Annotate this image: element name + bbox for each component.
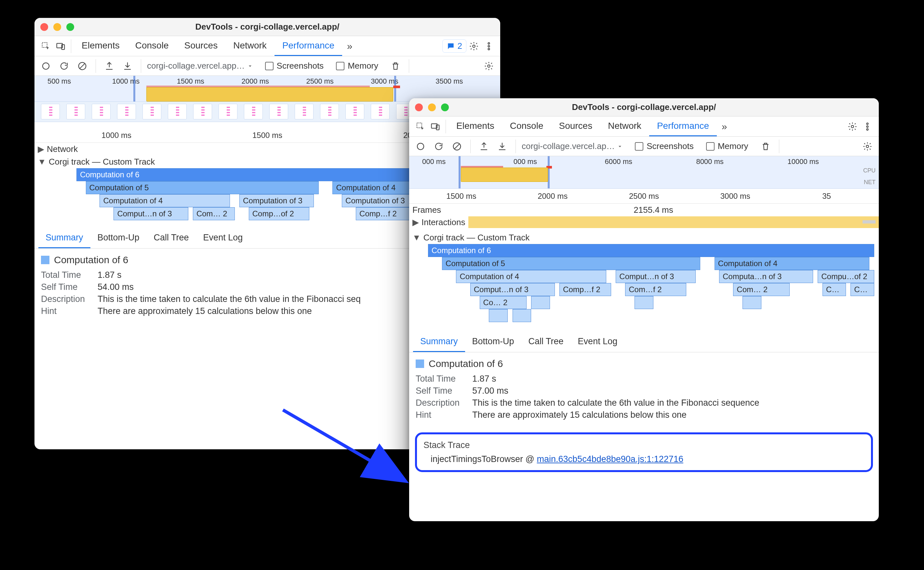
garbage-collect-icon[interactable] xyxy=(758,139,773,154)
tab-sources[interactable]: Sources xyxy=(551,116,600,136)
zoom-icon[interactable] xyxy=(441,103,449,111)
recording-selector[interactable]: corgi-collage.vercel.ap… xyxy=(522,141,623,151)
time-ruler[interactable]: 1500 ms2000 ms2500 ms3000 ms35 xyxy=(409,189,879,204)
timeline-overview[interactable]: 000 ms000 ms6000 ms8000 ms10000 ms CPU N… xyxy=(409,156,879,189)
screenshots-checkbox[interactable]: Screenshots xyxy=(265,61,324,71)
flame-cell[interactable]: Com… 2 xyxy=(193,207,235,220)
settings-gear-icon[interactable] xyxy=(845,119,860,134)
feedback-button[interactable]: 2 xyxy=(442,39,467,53)
garbage-collect-icon[interactable] xyxy=(388,58,403,74)
upload-icon[interactable] xyxy=(476,139,491,154)
flame-cell[interactable]: C… xyxy=(851,283,874,296)
flame-cell[interactable]: Comp…f 2 xyxy=(356,207,412,220)
flame-cell[interactable]: Computa…n of 3 xyxy=(719,270,813,283)
inspect-element-icon[interactable] xyxy=(38,39,54,54)
tab-sources[interactable]: Sources xyxy=(176,36,225,56)
tab-network[interactable]: Network xyxy=(600,116,649,136)
screenshot-thumb[interactable] xyxy=(269,104,288,120)
tab-performance[interactable]: Performance xyxy=(274,36,342,56)
detail-tab-bottom-up[interactable]: Bottom-Up xyxy=(90,228,147,248)
memory-checkbox[interactable]: Memory xyxy=(706,141,748,151)
flame-cell[interactable]: Computation of 5 xyxy=(86,181,319,194)
flame-cell[interactable]: Comput…n of 3 xyxy=(616,270,695,283)
detail-tab-call-tree[interactable]: Call Tree xyxy=(147,228,196,248)
flame-cell[interactable]: Computation of 5 xyxy=(442,257,700,270)
screenshot-thumb[interactable] xyxy=(219,104,237,120)
record-icon[interactable] xyxy=(38,58,54,74)
record-icon[interactable] xyxy=(413,139,428,154)
download-icon[interactable] xyxy=(495,139,509,154)
flame-cell[interactable] xyxy=(742,296,761,309)
kebab-menu-icon[interactable] xyxy=(481,39,496,54)
screenshot-thumb[interactable] xyxy=(320,104,339,120)
screenshot-thumb[interactable] xyxy=(66,104,85,120)
flame-cell[interactable]: Comp…f 2 xyxy=(559,283,611,296)
upload-icon[interactable] xyxy=(102,58,117,74)
screenshot-thumb[interactable] xyxy=(41,104,60,120)
tab-network[interactable]: Network xyxy=(225,36,274,56)
more-tabs-chevron-icon[interactable]: » xyxy=(342,39,357,54)
device-toolbar-icon[interactable] xyxy=(428,119,443,134)
flame-cell[interactable] xyxy=(512,309,531,322)
tab-elements[interactable]: Elements xyxy=(74,36,127,56)
screenshot-thumb[interactable] xyxy=(371,104,390,120)
zoom-icon[interactable] xyxy=(66,23,74,31)
detail-tab-event-log[interactable]: Event Log xyxy=(196,228,250,248)
flame-cell[interactable]: Computation of 6 xyxy=(428,244,874,257)
titlebar[interactable]: DevTools - corgi-collage.vercel.app/ xyxy=(34,18,500,36)
flame-cell[interactable] xyxy=(635,296,653,309)
screenshot-thumb[interactable] xyxy=(117,104,136,120)
flame-cell[interactable]: Computation of 4 xyxy=(456,270,606,283)
minimize-icon[interactable] xyxy=(428,103,436,111)
flame-cell[interactable] xyxy=(489,309,508,322)
screenshots-checkbox[interactable]: Screenshots xyxy=(635,141,694,151)
settings-gear-icon[interactable] xyxy=(467,39,481,54)
device-toolbar-icon[interactable] xyxy=(54,39,68,54)
flame-cell[interactable]: Computation of 4 xyxy=(99,194,230,207)
screenshot-thumb[interactable] xyxy=(346,104,364,120)
flame-cell[interactable]: Comput…n of 3 xyxy=(113,207,188,220)
tab-performance[interactable]: Performance xyxy=(649,116,717,136)
flame-cell[interactable]: C… xyxy=(823,283,846,296)
screenshot-thumb[interactable] xyxy=(168,104,187,120)
recording-selector[interactable]: corgi-collage.vercel.app… xyxy=(147,61,253,71)
inspect-element-icon[interactable] xyxy=(413,119,428,134)
custom-track-section-header[interactable]: ▼ Corgi track — Custom Track xyxy=(409,231,879,244)
download-icon[interactable] xyxy=(120,58,135,74)
memory-checkbox[interactable]: Memory xyxy=(336,61,378,71)
kebab-menu-icon[interactable] xyxy=(860,119,875,134)
flame-cell[interactable]: Compu…of 2 xyxy=(818,270,874,283)
flame-cell[interactable]: Com…f 2 xyxy=(625,283,686,296)
detail-tab-summary[interactable]: Summary xyxy=(38,228,90,248)
clear-icon[interactable] xyxy=(75,58,90,74)
flame-cell[interactable]: Comput…n of 3 xyxy=(470,283,555,296)
flame-cell[interactable]: Computation of 3 xyxy=(239,194,314,207)
tab-console[interactable]: Console xyxy=(502,116,551,136)
interactions-section-header[interactable]: ▶ Interactions xyxy=(409,216,879,228)
capture-settings-gear-icon[interactable] xyxy=(481,58,496,74)
close-icon[interactable] xyxy=(415,103,423,111)
minimize-icon[interactable] xyxy=(54,23,61,31)
flame-cell[interactable]: Co… 2 xyxy=(480,296,526,309)
flame-cell[interactable] xyxy=(531,296,550,309)
timeline-overview[interactable]: 500 ms1000 ms1500 ms2000 ms2500 ms3000 m… xyxy=(34,76,500,102)
close-icon[interactable] xyxy=(40,23,48,31)
stack-trace-link[interactable]: main.63cb5c4bde8be90a.js:1:122716 xyxy=(537,454,683,464)
reload-icon[interactable] xyxy=(431,139,446,154)
screenshot-thumb[interactable] xyxy=(193,104,212,120)
screenshot-thumb[interactable] xyxy=(295,104,314,120)
detail-tab-call-tree[interactable]: Call Tree xyxy=(522,332,571,352)
screenshot-thumb[interactable] xyxy=(142,104,161,120)
flame-chart[interactable]: Computation of 6Computation of 5Computat… xyxy=(409,244,879,322)
flame-cell[interactable]: Com… 2 xyxy=(733,283,789,296)
clear-icon[interactable] xyxy=(450,139,464,154)
titlebar[interactable]: DevTools - corgi-collage.vercel.app/ xyxy=(409,98,879,116)
detail-tab-bottom-up[interactable]: Bottom-Up xyxy=(465,332,522,352)
reload-icon[interactable] xyxy=(57,58,72,74)
more-tabs-chevron-icon[interactable]: » xyxy=(717,119,732,134)
detail-tab-summary[interactable]: Summary xyxy=(413,332,465,352)
tab-console[interactable]: Console xyxy=(127,36,177,56)
capture-settings-gear-icon[interactable] xyxy=(860,139,875,154)
screenshot-thumb[interactable] xyxy=(244,104,263,120)
flame-cell[interactable]: Comp…of 2 xyxy=(249,207,309,220)
